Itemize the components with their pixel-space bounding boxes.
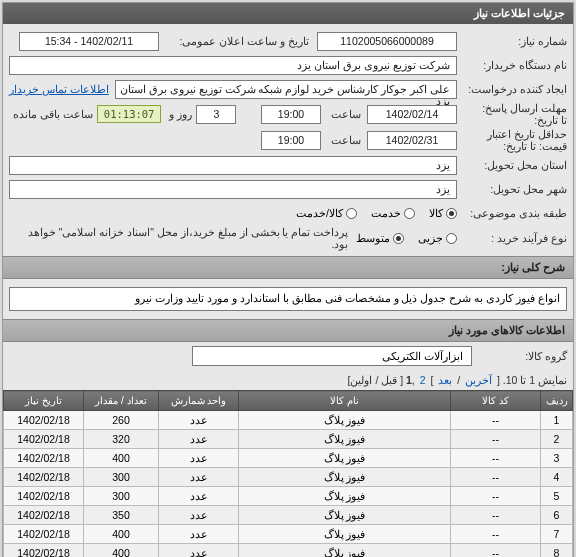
cell-qty: 320 — [84, 430, 159, 449]
need-details-panel: جزئیات اطلاعات نیاز شماره نیاز: 11020050… — [2, 2, 574, 557]
cell-idx: 3 — [541, 449, 573, 468]
cell-unit: عدد — [159, 430, 239, 449]
price-validity-time: 19:00 — [261, 131, 321, 150]
cell-name: فیوز پلاگ — [239, 487, 451, 506]
province-label: استان محل تحویل: — [457, 159, 567, 171]
remaining-label: ساعت باقی مانده — [9, 108, 93, 120]
radio-low[interactable]: جزیی — [418, 232, 457, 244]
table-row[interactable]: 4--فیوز پلاگعدد3001402/02/18 — [4, 468, 573, 487]
payment-note: پرداخت تمام یا بخشی از مبلغ خرید،از محل … — [9, 226, 348, 250]
th-name: نام کالا — [239, 391, 451, 411]
time-label-1: ساعت — [327, 108, 361, 120]
cell-name: فیوز پلاگ — [239, 506, 451, 525]
cell-qty: 300 — [84, 468, 159, 487]
radio-goods[interactable]: کالا — [429, 207, 457, 219]
cell-qty: 400 — [84, 449, 159, 468]
radio-med[interactable]: متوسط — [356, 232, 404, 244]
goods-table: ردیف کد کالا نام کالا واحد شمارش تعداد /… — [3, 390, 573, 557]
cell-unit: عدد — [159, 525, 239, 544]
cell-code: -- — [451, 411, 541, 430]
th-code: کد کالا — [451, 391, 541, 411]
table-row[interactable]: 6--فیوز پلاگعدد3501402/02/18 — [4, 506, 573, 525]
radio-icon — [446, 208, 457, 219]
city-label: شهر محل تحویل: — [457, 183, 567, 195]
cell-qty: 260 — [84, 411, 159, 430]
need-no-label: شماره نیاز: — [457, 35, 567, 47]
cell-qty: 400 — [84, 525, 159, 544]
cell-name: فیوز پلاگ — [239, 430, 451, 449]
cell-name: فیوز پلاگ — [239, 449, 451, 468]
summary-text: انواع فیوز کاردی به شرح جدول ذیل و مشخصا… — [9, 287, 567, 311]
th-idx: ردیف — [541, 391, 573, 411]
cell-date: 1402/02/18 — [4, 487, 84, 506]
deadline-send-label: مهلت ارسال پاسخ: تا تاریخ: — [457, 102, 567, 126]
cell-date: 1402/02/18 — [4, 506, 84, 525]
province-value: یزد — [9, 156, 457, 175]
th-unit: واحد شمارش — [159, 391, 239, 411]
process-label: نوع فرآیند خرید : — [457, 232, 567, 244]
cell-unit: عدد — [159, 487, 239, 506]
cell-unit: عدد — [159, 544, 239, 558]
pager-last[interactable]: آخرین — [465, 374, 492, 386]
goods-section-title: اطلاعات کالاهای مورد نیاز — [3, 319, 573, 342]
remaining-days: 3 — [196, 105, 236, 124]
pager: نمایش 1 تا 10. [ آخرین / بعد ] 2 ,1 [ قب… — [3, 370, 573, 390]
pager-page-2[interactable]: 2 — [420, 374, 426, 386]
cell-qty: 300 — [84, 487, 159, 506]
cell-unit: عدد — [159, 449, 239, 468]
table-row[interactable]: 7--فیوز پلاگعدد4001402/02/18 — [4, 525, 573, 544]
announce-label: تاریخ و ساعت اعلان عمومی: — [159, 35, 309, 47]
cell-code: -- — [451, 468, 541, 487]
cell-unit: عدد — [159, 411, 239, 430]
countdown-timer: 01:13:07 — [97, 105, 162, 123]
requester-label: ایجاد کننده درخواست: — [457, 83, 567, 95]
cell-date: 1402/02/18 — [4, 430, 84, 449]
cell-code: -- — [451, 430, 541, 449]
category-label: طبقه بندی موضوعی: — [457, 207, 567, 219]
cell-idx: 4 — [541, 468, 573, 487]
cell-code: -- — [451, 525, 541, 544]
price-validity-label: حداقل تاریخ اعتبار قیمت: تا تاریخ: — [457, 128, 567, 152]
buyer-org-value: شرکت توزیع نیروی برق استان یزد — [9, 56, 457, 75]
table-row[interactable]: 1--فیوز پلاگعدد2601402/02/18 — [4, 411, 573, 430]
panel-body: شماره نیاز: 1102005066000089 تاریخ و ساع… — [3, 24, 573, 256]
table-row[interactable]: 3--فیوز پلاگعدد4001402/02/18 — [4, 449, 573, 468]
cell-name: فیوز پلاگ — [239, 411, 451, 430]
need-no-value: 1102005066000089 — [317, 32, 457, 51]
th-date: تاریخ نیاز — [4, 391, 84, 411]
group-value: ابزارآلات الکتریکی — [192, 346, 472, 366]
cell-name: فیوز پلاگ — [239, 468, 451, 487]
table-row[interactable]: 8--فیوز پلاگعدد4001402/02/18 — [4, 544, 573, 558]
announce-value: 1402/02/11 - 15:34 — [19, 32, 159, 51]
cell-code: -- — [451, 544, 541, 558]
day-and-label: روز و — [165, 108, 192, 120]
cell-date: 1402/02/18 — [4, 411, 84, 430]
radio-icon — [346, 208, 357, 219]
radio-both[interactable]: کالا/خدمت — [296, 207, 357, 219]
table-row[interactable]: 5--فیوز پلاگعدد3001402/02/18 — [4, 487, 573, 506]
process-radio-group: جزیی متوسط — [356, 232, 457, 244]
cell-qty: 350 — [84, 506, 159, 525]
city-value: یزد — [9, 180, 457, 199]
cell-date: 1402/02/18 — [4, 468, 84, 487]
radio-service[interactable]: خدمت — [371, 207, 415, 219]
panel-title: جزئیات اطلاعات نیاز — [3, 3, 573, 24]
cell-code: -- — [451, 506, 541, 525]
cell-idx: 1 — [541, 411, 573, 430]
category-radio-group: کالا خدمت کالا/خدمت — [296, 207, 457, 219]
table-row[interactable]: 2--فیوز پلاگعدد3201402/02/18 — [4, 430, 573, 449]
cell-code: -- — [451, 487, 541, 506]
radio-icon — [446, 233, 457, 244]
deadline-date: 1402/02/14 — [367, 105, 457, 124]
deadline-time: 19:00 — [261, 105, 321, 124]
time-label-2: ساعت — [327, 134, 361, 146]
cell-date: 1402/02/18 — [4, 525, 84, 544]
cell-date: 1402/02/18 — [4, 544, 84, 558]
cell-idx: 5 — [541, 487, 573, 506]
pager-next[interactable]: بعد — [438, 374, 452, 386]
radio-icon — [393, 233, 404, 244]
summary-title: شرح کلی نیاز: — [3, 256, 573, 279]
cell-unit: عدد — [159, 468, 239, 487]
buyer-contact-link[interactable]: اطلاعات تماس خریدار — [9, 83, 109, 95]
cell-unit: عدد — [159, 506, 239, 525]
